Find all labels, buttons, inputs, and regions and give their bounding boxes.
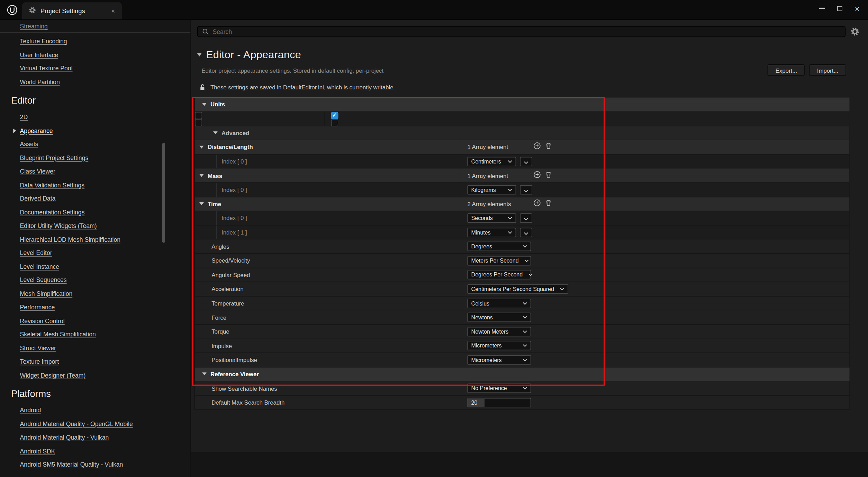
sidebar-item-label: Texture Import — [20, 358, 59, 365]
gear-icon — [851, 27, 860, 36]
row-value-cell: Celsius — [461, 297, 850, 310]
sidebar-item-texture-import[interactable]: Texture Import — [0, 355, 190, 368]
row-label: Speed/Velocity — [211, 257, 250, 264]
row-label-cell: Acceleration — [195, 282, 461, 296]
sidebar-item-appearance[interactable]: Appearance — [0, 124, 190, 138]
export-button[interactable]: Export... — [768, 64, 805, 76]
sidebar-item-label: Skeletal Mesh Simplification — [20, 331, 96, 338]
sidebar-item-android-material-quality-opengl-mobile[interactable]: Android Material Quality - OpenGL Mobile — [0, 417, 190, 431]
dropdown-meters-per-second[interactable]: Meters Per Second — [467, 256, 531, 265]
row-label: Force — [211, 314, 226, 321]
add-element-button[interactable] — [533, 199, 541, 209]
row-value-cell: 1 Array element — [461, 140, 850, 154]
sidebar-item-widget-designer-team[interactable]: Widget Designer (Team) — [0, 368, 190, 382]
tab-title: Project Settings — [40, 8, 85, 14]
row-label: Time — [208, 201, 221, 207]
trash-icon — [545, 199, 552, 209]
element-options-button[interactable] — [520, 185, 532, 194]
collapse-triangle-icon[interactable] — [197, 53, 202, 57]
dropdown-centimeters[interactable]: Centimeters — [467, 157, 516, 166]
sidebar-item-skeletal-mesh-simplification[interactable]: Skeletal Mesh Simplification — [0, 328, 190, 341]
tab-close-icon[interactable]: × — [101, 8, 115, 14]
dropdown-celsius[interactable]: Celsius — [467, 299, 531, 308]
row-label-cell: Display Units on Applicable Properties — [191, 112, 325, 118]
sidebar-item-virtual-texture-pool[interactable]: Virtual Texture Pool — [0, 62, 190, 75]
unlock-icon — [199, 83, 206, 91]
sidebar-item-android-sdk[interactable]: Android SDK — [0, 444, 190, 458]
add-element-button[interactable] — [533, 170, 541, 180]
checkbox[interactable] — [331, 119, 338, 126]
sidebar-item-2d[interactable]: 2D — [0, 110, 190, 124]
element-options-button[interactable] — [520, 157, 532, 166]
minimize-icon — [819, 8, 825, 9]
row-value-cell: 2 Array elements — [461, 197, 850, 211]
sidebar-item-streaming[interactable]: Streaming — [0, 20, 190, 32]
dropdown-micrometers[interactable]: Micrometers — [467, 341, 531, 350]
sidebar-item-android-sm5-material-quality-vulkan[interactable]: Android SM5 Material Quality - Vulkan — [0, 458, 190, 471]
delete-elements-button[interactable] — [545, 170, 552, 180]
settings-row-units[interactable]: Units — [195, 98, 849, 112]
row-value-cell: Kilograms — [461, 183, 850, 196]
element-options-button[interactable] — [520, 228, 532, 237]
sidebar-item-level-editor[interactable]: Level Editor — [0, 246, 190, 259]
tab-project-settings[interactable]: Project Settings × — [22, 2, 122, 19]
settings-row-time: Time2 Array elements — [195, 197, 849, 211]
sidebar-item-user-interface[interactable]: User Interface — [0, 48, 190, 61]
sidebar-item-android-material-quality-vulkan[interactable]: Android Material Quality - Vulkan — [0, 431, 190, 444]
sidebar-item-performance[interactable]: Performance — [0, 300, 190, 314]
view-options-button[interactable] — [851, 27, 860, 36]
minimize-button[interactable] — [813, 0, 831, 17]
number-input[interactable]: 20 — [467, 398, 531, 407]
sidebar-item-label: Virtual Texture Pool — [20, 65, 73, 72]
dropdown-no-preference[interactable]: No Preference — [467, 383, 531, 393]
collapse-triangle-icon[interactable] — [199, 146, 204, 149]
settings-row-show-searchable-names: Show Searchable NamesNo Preference — [195, 381, 849, 396]
sidebar-list: StreamingTexture EncodingUser InterfaceV… — [0, 20, 190, 471]
dropdown-kilograms[interactable]: Kilograms — [467, 185, 516, 194]
sidebar-scrollbar[interactable] — [162, 143, 165, 243]
row-label: Impulse — [211, 342, 232, 349]
import-button[interactable]: Import... — [809, 64, 846, 76]
sidebar-item-revision-control[interactable]: Revision Control — [0, 314, 190, 327]
settings-row-reference-viewer[interactable]: Reference Viewer — [195, 367, 849, 381]
close-button[interactable]: × — [848, 0, 866, 17]
sidebar-item-struct-viewer[interactable]: Struct Viewer — [0, 341, 190, 355]
search-input[interactable] — [198, 28, 845, 35]
content-bottom-strip — [191, 452, 868, 477]
checkbox[interactable]: ✓ — [331, 112, 338, 119]
dropdown-seconds[interactable]: Seconds — [467, 213, 516, 223]
sidebar-item-android[interactable]: Android — [0, 404, 190, 417]
collapse-triangle-icon[interactable] — [199, 174, 204, 177]
sidebar-item-label: Blueprint Project Settings — [20, 154, 89, 161]
page-title: Editor - Appearance — [206, 49, 301, 61]
delete-elements-button[interactable] — [545, 199, 552, 209]
dropdown-value: Centimeters — [471, 158, 501, 165]
dropdown-micrometers[interactable]: Micrometers — [467, 355, 531, 364]
maximize-button[interactable] — [831, 0, 848, 17]
dropdown-newtons[interactable]: Newtons — [467, 313, 531, 322]
sidebar-item-texture-encoding[interactable]: Texture Encoding — [0, 34, 190, 48]
add-element-button[interactable] — [533, 142, 541, 152]
dropdown-degrees[interactable]: Degrees — [467, 242, 531, 251]
dropdown-value: Kilograms — [471, 187, 496, 193]
dropdown-degrees-per-second[interactable]: Degrees Per Second — [467, 270, 531, 280]
header-buttons: Export... Import... — [768, 64, 846, 76]
delete-elements-button[interactable] — [545, 142, 552, 152]
row-value-cell: Centimeters Per Second Squared — [461, 282, 850, 296]
sidebar-item-mesh-simplification[interactable]: Mesh Simplification — [0, 287, 190, 300]
collapse-triangle-icon[interactable] — [213, 132, 218, 134]
settings-row-force: ForceNewtons — [195, 311, 849, 325]
sidebar-item-level-sequences[interactable]: Level Sequences — [0, 273, 190, 287]
sidebar-item-level-instance[interactable]: Level Instance — [0, 260, 190, 273]
row-label-cell: Index [ 0 ] — [195, 154, 461, 168]
row-label: Index [ 1 ] — [221, 229, 247, 236]
row-value-cell: Micrometers — [461, 339, 850, 352]
dropdown-newton-meters[interactable]: Newton Meters — [467, 327, 531, 336]
dropdown-minutes[interactable]: Minutes — [467, 228, 516, 237]
element-options-button[interactable] — [520, 213, 532, 223]
sidebar-item-label: Android Material Quality - OpenGL Mobile — [20, 421, 133, 427]
collapse-triangle-icon[interactable] — [199, 203, 204, 205]
sidebar-item-world-partition[interactable]: World Partition — [0, 75, 190, 89]
dropdown-centimeters-per-second-squared[interactable]: Centimeters Per Second Squared — [467, 284, 568, 294]
dropdown-value: Degrees — [471, 244, 492, 250]
